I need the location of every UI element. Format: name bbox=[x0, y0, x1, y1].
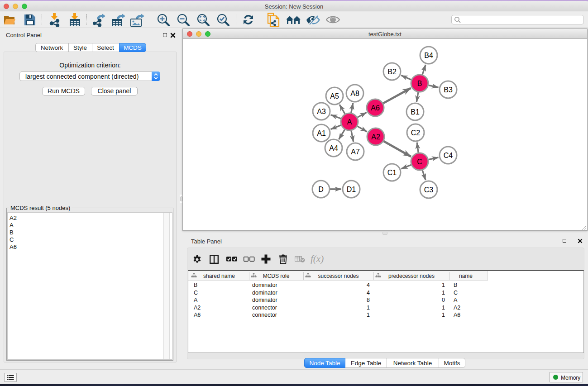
svg-text:C2: C2 bbox=[411, 129, 421, 137]
svg-text:A8: A8 bbox=[350, 90, 359, 97]
svg-text:B: B bbox=[417, 80, 422, 87]
svg-text:C1: C1 bbox=[387, 169, 397, 176]
svg-text:A6: A6 bbox=[371, 104, 380, 112]
svg-text:A1: A1 bbox=[317, 129, 326, 137]
svg-text:B3: B3 bbox=[444, 86, 453, 94]
svg-text:B4: B4 bbox=[424, 52, 433, 59]
svg-text:D1: D1 bbox=[347, 186, 356, 193]
svg-text:A3: A3 bbox=[317, 108, 326, 115]
svg-text:A: A bbox=[347, 118, 352, 126]
svg-text:C: C bbox=[417, 158, 422, 166]
svg-text:D: D bbox=[318, 186, 324, 193]
svg-text:C3: C3 bbox=[424, 186, 434, 194]
svg-text:B2: B2 bbox=[387, 68, 397, 76]
svg-text:A2: A2 bbox=[371, 133, 380, 141]
svg-text:C4: C4 bbox=[444, 152, 453, 159]
svg-text:B1: B1 bbox=[411, 108, 420, 116]
svg-text:A4: A4 bbox=[329, 144, 338, 152]
svg-text:A5: A5 bbox=[330, 92, 339, 100]
svg-text:A7: A7 bbox=[351, 148, 360, 156]
